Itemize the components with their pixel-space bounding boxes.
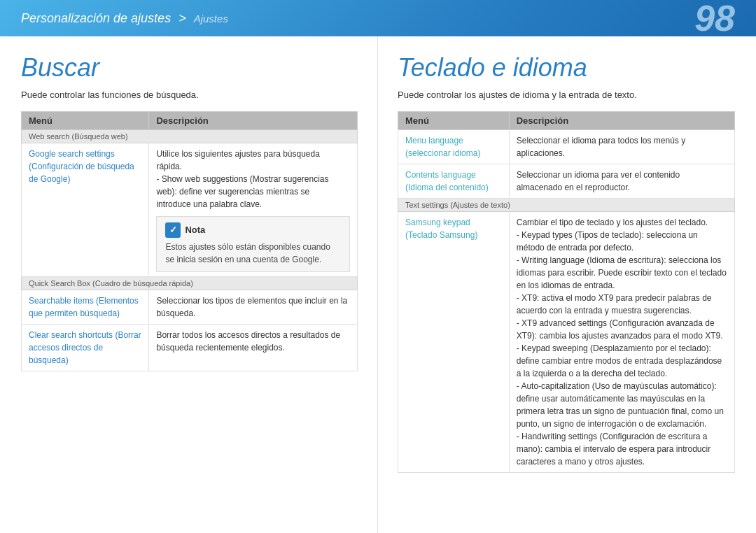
searchable-desc: Seleccionar los tipos de elementos que i… — [149, 290, 358, 325]
teclado-intro: Puede controlar los ajustes de idioma y … — [398, 90, 735, 100]
desc-line3: - Show web suggestions (Mostrar sugerenc… — [156, 174, 328, 184]
teclado-col-desc: Descripción — [509, 112, 734, 130]
desc-line5: introduce una palabra clave. — [156, 199, 262, 209]
menulang-desc: Seleccionar el idioma para todos los men… — [509, 130, 734, 164]
googlesearch-menu: Google search settings (Configuración de… — [22, 143, 149, 277]
buscar-intro: Puede controlar las funciones de búsqued… — [21, 90, 358, 100]
page-header: Personalización de ajustes > Ajustes 98 — [0, 0, 756, 36]
googlesearch-row: Google search settings (Configuración de… — [22, 143, 358, 277]
kd-line3: - Writing language (Idioma de escritura)… — [517, 255, 727, 290]
left-column: Buscar Puede controlar las funciones de … — [0, 36, 378, 533]
note-header: Nota — [165, 222, 341, 238]
teclado-table: Menú Descripción Menu language (seleccio… — [398, 111, 735, 473]
buscar-title: Buscar — [21, 53, 358, 83]
menulang-link[interactable]: Menu language (seleccionar idioma) — [405, 136, 480, 158]
searchable-link[interactable]: Searchable items (Elementos que permiten… — [29, 296, 139, 318]
contentlang-menu: Contents language (Idioma del contenido) — [398, 164, 510, 199]
kd-line2: - Keypad types (Tipos de teclado): selec… — [517, 230, 698, 253]
clearsearch-desc: Borrar todos los accesos directos a resu… — [149, 325, 358, 371]
header-separator: > — [178, 11, 186, 25]
kd-line5: - XT9 advanced settings (Configuración a… — [517, 318, 723, 341]
desc-line1: Utilice los siguientes ajustes para búsq… — [156, 149, 319, 159]
samsungkeypad-desc: Cambiar el tipo de teclado y los ajustes… — [509, 212, 734, 473]
desc-line2: rápida. — [156, 162, 182, 171]
col-menu-header: Menú — [22, 112, 149, 130]
kd-line8: - Handwriting settings (Configuración de… — [517, 432, 710, 467]
teclado-title: Teclado e idioma — [398, 53, 735, 83]
header-breadcrumb: Personalización de ajustes > Ajustes — [21, 11, 228, 26]
kd-line6: - Keypad sweeping (Desplazamiento por el… — [517, 343, 722, 378]
contentlang-link[interactable]: Contents language (Idioma del contenido) — [405, 170, 489, 192]
main-content: Buscar Puede controlar las funciones de … — [0, 36, 756, 533]
header-title-main: Personalización de ajustes — [21, 11, 171, 25]
buscar-table: Menú Descripción Web search (Búsqueda we… — [21, 111, 358, 371]
menulang-menu: Menu language (seleccionar idioma) — [398, 130, 510, 164]
samsungkeypad-row: Samsung keypad (Teclado Samsung) Cambiar… — [398, 212, 735, 473]
websearch-label: Web search (Búsqueda web) — [22, 130, 358, 143]
table-header-row: Menú Descripción — [22, 112, 358, 130]
menulang-desc-text: Seleccionar el idioma para todos los men… — [517, 136, 685, 158]
samsungkeypad-link[interactable]: Samsung keypad (Teclado Samsung) — [405, 218, 477, 240]
page-number: 98 — [694, 0, 735, 36]
kd-line4: - XT9: activa el modo XT9 para predecir … — [517, 293, 712, 315]
textsettings-section-row: Text settings (Ajustes de texto) — [398, 199, 735, 212]
contentlang-desc-text: Seleccionar un idioma para ver el conten… — [517, 170, 680, 192]
samsungkeypad-menu: Samsung keypad (Teclado Samsung) — [398, 212, 510, 473]
clearsearch-desc-text: Borrar todos los accesos directos a resu… — [156, 330, 340, 353]
menulang-row: Menu language (seleccionar idioma) Selec… — [398, 130, 735, 164]
quicksearch-section-row: Quick Search Box (Cuadro de búsqueda ráp… — [22, 277, 358, 290]
note-box: Nota Estos ajustes sólo están disponible… — [156, 216, 350, 272]
googlesearch-link[interactable]: Google search settings (Configuración de… — [29, 149, 134, 184]
right-column: Teclado e idioma Puede controlar los aju… — [378, 36, 756, 533]
contentlang-desc: Seleccionar un idioma para ver el conten… — [509, 164, 734, 199]
websearch-section-row: Web search (Búsqueda web) — [22, 130, 358, 143]
clearsearch-row: Clear search shortcuts (Borrar accesos d… — [22, 325, 358, 371]
note-text: Estos ajustes sólo están disponibles cua… — [165, 242, 330, 264]
contentlang-row: Contents language (Idioma del contenido)… — [398, 164, 735, 199]
kd-line7: - Auto-capitalization (Uso de mayúsculas… — [517, 381, 724, 429]
quicksearch-label: Quick Search Box (Cuadro de búsqueda ráp… — [22, 277, 358, 290]
teclado-col-menu: Menú — [398, 112, 510, 130]
searchable-row: Searchable items (Elementos que permiten… — [22, 290, 358, 325]
clearsearch-menu: Clear search shortcuts (Borrar accesos d… — [22, 325, 149, 371]
textsettings-label: Text settings (Ajustes de texto) — [398, 199, 735, 212]
note-title: Nota — [185, 223, 205, 237]
kd-line1: Cambiar el tipo de teclado y los ajustes… — [517, 218, 708, 227]
note-checkmark-icon — [165, 222, 181, 238]
clearsearch-link[interactable]: Clear search shortcuts (Borrar accesos d… — [29, 330, 141, 365]
header-subtitle: Ajustes — [194, 13, 228, 24]
searchable-menu: Searchable items (Elementos que permiten… — [22, 290, 149, 325]
desc-line4: web): define ver sugerencias mientras se — [156, 187, 309, 197]
searchable-desc-text: Seleccionar los tipos de elementos que i… — [156, 296, 347, 318]
teclado-header-row: Menú Descripción — [398, 112, 735, 130]
googlesearch-desc: Utilice los siguientes ajustes para búsq… — [149, 143, 358, 277]
col-desc-header: Descripción — [149, 112, 358, 130]
